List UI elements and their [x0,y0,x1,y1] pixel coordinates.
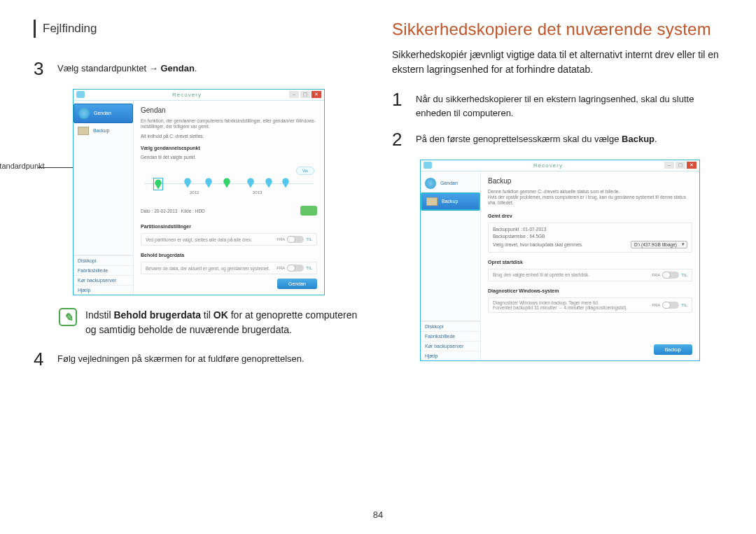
section-restore-point: Vælg gendannelsespunkt [141,146,317,150]
figure-wrapper: Standardpunkt Recovery – ▢ ✕ [34,89,364,296]
sidebar-item-restore[interactable]: Gendan [74,104,133,123]
callout-label: Standardpunkt [0,162,36,171]
step-1: 1 Når du sikkerhedskopierer til en ekste… [392,90,722,120]
sidebar-bottom: Diskkopi Fabriksbillede Kør backupserver… [421,321,480,360]
keep-desc: Bevarer de data, der aktuelt er gemt, og… [146,266,270,271]
boot-toggle[interactable]: FRA TIL [652,272,687,279]
partition-option-row: Ved partitionen er valgt, slettes alle d… [141,233,317,246]
toggle-off-label: FRA [276,237,285,241]
app-icon [76,91,85,98]
sidebar-item-backup[interactable]: Backup [74,123,133,139]
boot-desc: Brug den valgte enhed til at oprette en … [493,272,589,277]
backup-button[interactable]: Backup [654,344,692,355]
timeline-tick[interactable] [204,178,214,188]
timeline-year: 2012 [190,190,199,195]
step-4: 4 Følg vejledningen på skærmen for at fu… [34,349,364,370]
backup-size: Backupstørrelse : 64.5GB [493,234,687,239]
restore-timeline: Vis 2012 2013 [141,167,317,199]
sidebar-link-help[interactable]: Hjælp [74,285,133,295]
recovery-sidebar: Gendan Backup Diskkopi Fabriksbillede Kø… [421,171,481,360]
callout-line-icon [38,167,73,168]
breadcrumb-label: Fejlfinding [43,22,97,36]
sidebar-link-factory[interactable]: Fabriksbillede [421,331,480,341]
timeline-tick[interactable] [246,178,255,188]
note-text: Indstil Behold brugerdata til OK for at … [85,308,364,337]
breadcrumb-marker-icon [34,20,36,38]
section-intro: Sikkerhedskopiér jævnligt vigtige data t… [392,48,722,77]
keep-option-row: Bevarer de data, der aktuelt er gemt, og… [141,262,317,274]
window-buttons: – ▢ ✕ [664,162,696,169]
step-text: På den første genoprettelsesskærm skal d… [416,129,722,150]
maximize-button[interactable]: ▢ [300,91,310,98]
timeline-year: 2013 [253,190,262,195]
step-text: Når du sikkerhedskopierer til en ekstern… [416,90,722,120]
saved-drive-box: Backuppunkt : 01-07-2013 Backupstørrelse… [488,223,692,253]
recovery-window-backup: Recovery – ▢ ✕ Gendan Backup [420,160,700,361]
minimize-button[interactable]: – [664,162,674,169]
sidebar-item-label: Gendan [94,111,111,115]
marker-icon [184,178,191,188]
sidebar-link-factory[interactable]: Fabriksbillede [74,265,133,275]
window-body: Gendan Backup Diskkopi Fabriksbillede Kø… [421,171,699,360]
sidebar-item-backup[interactable]: Backup [421,192,480,211]
window-titlebar: Recovery – ▢ ✕ [74,90,324,101]
timeline-tick[interactable] [183,178,192,188]
date-row: Dato : 20-02-2013 Kilde : HDD [141,204,317,217]
step-text-suffix: . [195,63,197,73]
recovery-main-pane: Backup Denne funktion gemmer C:-drevets … [481,171,699,360]
partition-toggle[interactable]: FRA TIL [276,236,312,243]
timeline-tick[interactable] [264,178,274,188]
step-text: Vælg standardpunktet → Gendan. [57,59,364,79]
sidebar-link-diskcopy[interactable]: Diskkopi [421,321,480,331]
left-column: Fejlfinding 3 Vælg standardpunktet → Gen… [34,20,364,520]
restore-button[interactable]: Gendan [277,279,317,289]
restore-icon [425,178,436,189]
close-button[interactable]: ✕ [312,91,321,98]
recovery-main-pane: Gendan En funktion, der gendanner comput… [134,101,324,295]
sidebar-link-diskcopy[interactable]: Diskkopi [74,255,133,265]
sidebar-link-help[interactable]: Hjælp [421,351,480,360]
timeline-tick[interactable] [281,178,290,188]
step-3: 3 Vælg standardpunktet → Gendan. [34,59,364,79]
backup-icon [426,197,438,206]
step-text-prefix: Vælg standardpunktet → [57,63,160,73]
step-text: Følg vejledningen på skærmen for at fuld… [57,349,364,370]
maximize-button[interactable]: ▢ [676,162,685,169]
toggle-on-label: TIL [306,266,312,270]
restore-icon [78,108,90,119]
toggle-on-label: TIL [681,303,687,307]
step-2: 2 På den første genoprettelsesskærm skal… [392,129,722,150]
date-label: Dato : 20-02-2013 Kilde : HDD [141,209,205,213]
sidebar-link-runbackup[interactable]: Kør backupserver [421,341,480,351]
drive-select-row: Vælg drevet, hvor backupdata skal gemmes… [493,241,687,248]
manual-page: Fejlfinding 3 Vælg standardpunktet → Gen… [0,0,756,534]
diag-toggle[interactable]: FRA TIL [652,302,687,309]
sidebar-link-runbackup[interactable]: Kør backupserver [74,275,133,285]
marker-icon [247,178,254,188]
step-number: 4 [34,349,48,370]
sidebar-item-restore[interactable]: Gendan [421,174,480,192]
toggle-pill-icon [662,302,679,309]
sidebar-bottom: Diskkopi Fabriksbillede Kør backupserver… [74,255,133,295]
keep-toggle[interactable]: FRA TIL [276,265,312,272]
recovery-window-restore: Recovery – ▢ ✕ Gendan [73,89,325,296]
window-titlebar: Recovery – ▢ ✕ [421,160,699,171]
note-icon: ✎ [59,308,77,326]
close-button[interactable]: ✕ [687,162,696,169]
section-diag: Diagnosticer Windows-system [488,288,692,293]
drive-select[interactable]: D:\ (437.9GB tilbage) [631,241,687,248]
breadcrumb: Fejlfinding [34,20,364,38]
section-heading: Sikkerhedskopiere det nuværende system [392,20,722,39]
sidebar-item-label: Backup [93,128,109,133]
window-title: Recovery [85,92,289,98]
timeline-tick[interactable] [222,178,232,188]
step-number: 2 [392,129,406,150]
timeline-tick-default[interactable] [153,178,163,190]
timeline-view-button[interactable]: Vis [296,167,314,175]
marker-icon [265,178,272,188]
minimize-button[interactable]: – [289,91,299,98]
toggle-on-label: TIL [681,273,687,277]
section-saved-drive: Gemt drev [488,213,692,218]
marker-icon [205,178,212,188]
toggle-off-label: FRA [652,273,660,277]
